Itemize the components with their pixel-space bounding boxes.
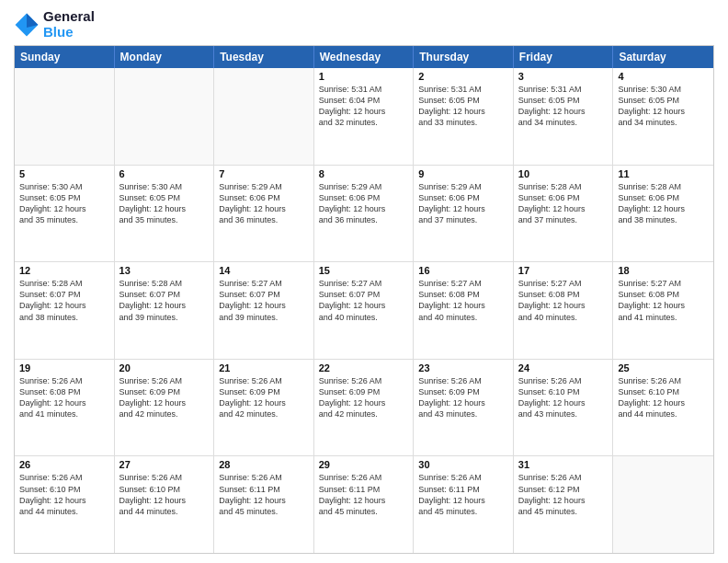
calendar-cell bbox=[115, 68, 215, 165]
calendar-cell: 11Sunrise: 5:28 AM Sunset: 6:06 PM Dayli… bbox=[613, 166, 713, 262]
day-info: Sunrise: 5:26 AM Sunset: 6:09 PM Dayligh… bbox=[119, 375, 210, 420]
calendar-cell: 17Sunrise: 5:27 AM Sunset: 6:08 PM Dayli… bbox=[514, 262, 614, 359]
day-number: 14 bbox=[219, 265, 309, 276]
day-number: 8 bbox=[319, 168, 409, 179]
day-info: Sunrise: 5:26 AM Sunset: 6:11 PM Dayligh… bbox=[418, 472, 508, 517]
day-number: 28 bbox=[219, 459, 309, 470]
day-number: 20 bbox=[119, 362, 210, 373]
calendar-cell: 12Sunrise: 5:28 AM Sunset: 6:07 PM Dayli… bbox=[15, 262, 115, 359]
calendar-body: 1Sunrise: 5:31 AM Sunset: 6:04 PM Daylig… bbox=[15, 68, 713, 553]
day-number: 30 bbox=[418, 459, 508, 470]
day-number: 18 bbox=[618, 265, 709, 276]
logo: General Blue bbox=[14, 9, 95, 40]
day-info: Sunrise: 5:26 AM Sunset: 6:12 PM Dayligh… bbox=[518, 472, 609, 517]
day-number: 31 bbox=[518, 459, 609, 470]
day-number: 12 bbox=[19, 265, 109, 276]
day-info: Sunrise: 5:27 AM Sunset: 6:08 PM Dayligh… bbox=[418, 278, 508, 323]
day-info: Sunrise: 5:28 AM Sunset: 6:06 PM Dayligh… bbox=[618, 181, 709, 226]
day-number: 19 bbox=[19, 362, 109, 373]
calendar-cell: 15Sunrise: 5:27 AM Sunset: 6:07 PM Dayli… bbox=[314, 262, 415, 359]
logo-text: General Blue bbox=[43, 9, 95, 40]
calendar-cell: 21Sunrise: 5:26 AM Sunset: 6:09 PM Dayli… bbox=[214, 360, 314, 456]
calendar-cell: 30Sunrise: 5:26 AM Sunset: 6:11 PM Dayli… bbox=[414, 456, 514, 553]
day-number: 27 bbox=[119, 459, 210, 470]
day-number: 4 bbox=[618, 71, 709, 82]
calendar-cell: 18Sunrise: 5:27 AM Sunset: 6:08 PM Dayli… bbox=[613, 262, 713, 359]
day-info: Sunrise: 5:31 AM Sunset: 6:04 PM Dayligh… bbox=[319, 84, 409, 129]
calendar-cell: 13Sunrise: 5:28 AM Sunset: 6:07 PM Dayli… bbox=[115, 262, 215, 359]
day-number: 6 bbox=[119, 168, 210, 179]
calendar-cell: 7Sunrise: 5:29 AM Sunset: 6:06 PM Daylig… bbox=[214, 166, 314, 262]
day-info: Sunrise: 5:26 AM Sunset: 6:09 PM Dayligh… bbox=[219, 375, 309, 420]
calendar-cell: 20Sunrise: 5:26 AM Sunset: 6:09 PM Dayli… bbox=[115, 360, 215, 456]
day-info: Sunrise: 5:30 AM Sunset: 6:05 PM Dayligh… bbox=[618, 84, 709, 129]
calendar-cell: 22Sunrise: 5:26 AM Sunset: 6:09 PM Dayli… bbox=[314, 360, 415, 456]
day-info: Sunrise: 5:31 AM Sunset: 6:05 PM Dayligh… bbox=[518, 84, 609, 129]
day-info: Sunrise: 5:30 AM Sunset: 6:05 PM Dayligh… bbox=[19, 181, 109, 226]
day-number: 24 bbox=[518, 362, 609, 373]
day-number: 13 bbox=[119, 265, 210, 276]
day-info: Sunrise: 5:30 AM Sunset: 6:05 PM Dayligh… bbox=[119, 181, 210, 226]
day-info: Sunrise: 5:29 AM Sunset: 6:06 PM Dayligh… bbox=[319, 181, 409, 226]
day-number: 23 bbox=[418, 362, 508, 373]
day-info: Sunrise: 5:26 AM Sunset: 6:10 PM Dayligh… bbox=[119, 472, 210, 517]
day-info: Sunrise: 5:26 AM Sunset: 6:10 PM Dayligh… bbox=[19, 472, 109, 517]
day-number: 3 bbox=[518, 71, 609, 82]
calendar-cell: 1Sunrise: 5:31 AM Sunset: 6:04 PM Daylig… bbox=[314, 68, 415, 165]
day-number: 11 bbox=[618, 168, 709, 179]
calendar-cell: 6Sunrise: 5:30 AM Sunset: 6:05 PM Daylig… bbox=[115, 166, 215, 262]
day-info: Sunrise: 5:28 AM Sunset: 6:07 PM Dayligh… bbox=[19, 278, 109, 323]
calendar-cell: 24Sunrise: 5:26 AM Sunset: 6:10 PM Dayli… bbox=[514, 360, 614, 456]
day-info: Sunrise: 5:27 AM Sunset: 6:07 PM Dayligh… bbox=[219, 278, 309, 323]
day-info: Sunrise: 5:26 AM Sunset: 6:09 PM Dayligh… bbox=[418, 375, 508, 420]
calendar-cell: 28Sunrise: 5:26 AM Sunset: 6:11 PM Dayli… bbox=[214, 456, 314, 553]
calendar-cell: 4Sunrise: 5:30 AM Sunset: 6:05 PM Daylig… bbox=[613, 68, 713, 165]
header-day-sunday: Sunday bbox=[15, 46, 115, 68]
calendar-row-4: 19Sunrise: 5:26 AM Sunset: 6:08 PM Dayli… bbox=[15, 360, 713, 457]
calendar-cell: 14Sunrise: 5:27 AM Sunset: 6:07 PM Dayli… bbox=[214, 262, 314, 359]
calendar-header: SundayMondayTuesdayWednesdayThursdayFrid… bbox=[15, 46, 713, 68]
calendar-cell: 27Sunrise: 5:26 AM Sunset: 6:10 PM Dayli… bbox=[115, 456, 215, 553]
day-number: 26 bbox=[19, 459, 109, 470]
calendar-cell: 9Sunrise: 5:29 AM Sunset: 6:06 PM Daylig… bbox=[414, 166, 514, 262]
day-info: Sunrise: 5:28 AM Sunset: 6:07 PM Dayligh… bbox=[119, 278, 210, 323]
day-number: 9 bbox=[418, 168, 508, 179]
day-info: Sunrise: 5:28 AM Sunset: 6:06 PM Dayligh… bbox=[518, 181, 609, 226]
day-info: Sunrise: 5:27 AM Sunset: 6:08 PM Dayligh… bbox=[518, 278, 609, 323]
calendar-cell: 31Sunrise: 5:26 AM Sunset: 6:12 PM Dayli… bbox=[514, 456, 614, 553]
day-number: 22 bbox=[319, 362, 409, 373]
calendar-cell bbox=[15, 68, 115, 165]
calendar-cell: 26Sunrise: 5:26 AM Sunset: 6:10 PM Dayli… bbox=[15, 456, 115, 553]
header-day-tuesday: Tuesday bbox=[214, 46, 314, 68]
day-info: Sunrise: 5:29 AM Sunset: 6:06 PM Dayligh… bbox=[219, 181, 309, 226]
day-number: 2 bbox=[418, 71, 508, 82]
day-info: Sunrise: 5:26 AM Sunset: 6:10 PM Dayligh… bbox=[518, 375, 609, 420]
day-info: Sunrise: 5:26 AM Sunset: 6:11 PM Dayligh… bbox=[219, 472, 309, 517]
calendar-row-1: 1Sunrise: 5:31 AM Sunset: 6:04 PM Daylig… bbox=[15, 68, 713, 166]
day-number: 25 bbox=[618, 362, 709, 373]
day-info: Sunrise: 5:27 AM Sunset: 6:08 PM Dayligh… bbox=[618, 278, 709, 323]
day-info: Sunrise: 5:26 AM Sunset: 6:09 PM Dayligh… bbox=[319, 375, 409, 420]
calendar-cell: 23Sunrise: 5:26 AM Sunset: 6:09 PM Dayli… bbox=[414, 360, 514, 456]
day-number: 15 bbox=[319, 265, 409, 276]
day-number: 16 bbox=[418, 265, 508, 276]
calendar-cell bbox=[214, 68, 314, 165]
header-day-saturday: Saturday bbox=[613, 46, 713, 68]
header-day-wednesday: Wednesday bbox=[314, 46, 415, 68]
calendar-row-3: 12Sunrise: 5:28 AM Sunset: 6:07 PM Dayli… bbox=[15, 262, 713, 360]
day-number: 1 bbox=[319, 71, 409, 82]
calendar-cell: 19Sunrise: 5:26 AM Sunset: 6:08 PM Dayli… bbox=[15, 360, 115, 456]
page: General Blue SundayMondayTuesdayWednesda… bbox=[0, 0, 728, 563]
calendar-row-2: 5Sunrise: 5:30 AM Sunset: 6:05 PM Daylig… bbox=[15, 166, 713, 263]
calendar-cell: 5Sunrise: 5:30 AM Sunset: 6:05 PM Daylig… bbox=[15, 166, 115, 262]
calendar-cell: 3Sunrise: 5:31 AM Sunset: 6:05 PM Daylig… bbox=[514, 68, 614, 165]
header-day-thursday: Thursday bbox=[414, 46, 514, 68]
day-info: Sunrise: 5:29 AM Sunset: 6:06 PM Dayligh… bbox=[418, 181, 508, 226]
day-info: Sunrise: 5:26 AM Sunset: 6:11 PM Dayligh… bbox=[319, 472, 409, 517]
day-number: 7 bbox=[219, 168, 309, 179]
day-info: Sunrise: 5:31 AM Sunset: 6:05 PM Dayligh… bbox=[418, 84, 508, 129]
calendar: SundayMondayTuesdayWednesdayThursdayFrid… bbox=[14, 45, 714, 554]
day-number: 17 bbox=[518, 265, 609, 276]
day-info: Sunrise: 5:26 AM Sunset: 6:08 PM Dayligh… bbox=[19, 375, 109, 420]
day-number: 29 bbox=[319, 459, 409, 470]
